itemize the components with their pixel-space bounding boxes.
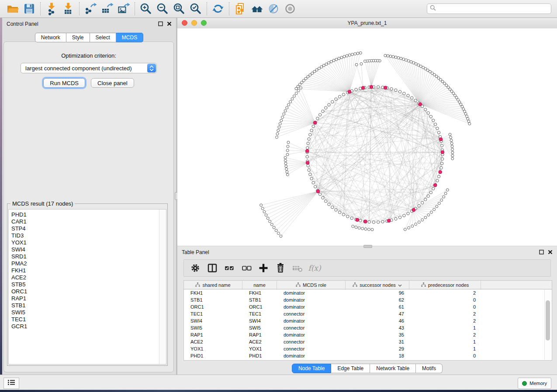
table-scrollbar[interactable] [544, 289, 551, 360]
table-cell[interactable]: FKH1 [242, 289, 277, 296]
mcds-node-item[interactable]: YOX1 [11, 239, 166, 246]
mcds-node-item[interactable]: SWI4 [11, 246, 166, 253]
float-window-icon[interactable] [158, 20, 163, 28]
mcds-node-item[interactable]: TEC1 [11, 316, 166, 323]
save-session-icon[interactable] [21, 2, 38, 16]
close-table-panel-icon[interactable] [548, 248, 553, 256]
tab-select[interactable]: Select [90, 33, 116, 42]
table-cell[interactable]: 47 [346, 310, 409, 317]
table-cell[interactable]: connector [277, 345, 346, 352]
table-cell[interactable]: 0 [409, 303, 481, 310]
table-cell[interactable]: 35 [346, 331, 409, 338]
tab-network-table[interactable]: Network Table [370, 364, 416, 373]
table-cell[interactable]: RAP1 [242, 331, 277, 338]
export-image-icon[interactable] [115, 2, 132, 16]
mcds-node-item[interactable]: GCR1 [11, 323, 166, 330]
memory-button[interactable]: Memory [518, 378, 551, 389]
table-cell[interactable]: 29 [346, 345, 409, 352]
maximize-window-button[interactable] [201, 20, 207, 26]
tab-network[interactable]: Network [35, 33, 66, 42]
tab-node-table[interactable]: Node Table [292, 364, 332, 373]
table-cell[interactable]: PHD1 [242, 352, 277, 359]
table-cell[interactable]: dominator [277, 303, 346, 310]
table-cell[interactable]: STB1 [184, 296, 242, 303]
table-row[interactable]: TEC1TEC1connector472 [184, 310, 552, 317]
zoom-fit-icon[interactable] [171, 2, 187, 16]
table-cell[interactable]: 46 [346, 317, 409, 324]
table-cell[interactable]: connector [277, 324, 346, 331]
table-cell[interactable]: PHD1 [184, 352, 242, 359]
table-cell[interactable]: SWI5 [184, 324, 242, 331]
mcds-node-item[interactable]: STB5 [11, 281, 166, 288]
tab-mcds[interactable]: MCDS [116, 33, 143, 42]
table-cell[interactable]: dominator [277, 352, 346, 359]
mcds-node-item[interactable]: CAR1 [11, 218, 166, 225]
table-cell[interactable]: YOX1 [242, 345, 277, 352]
mcds-node-item[interactable]: ORC1 [11, 288, 166, 295]
mcds-node-item[interactable]: FKH1 [11, 267, 166, 274]
table-cell[interactable]: 0 [409, 352, 481, 359]
table-cell[interactable]: YOX1 [184, 345, 242, 352]
table-row[interactable]: FKH1FKH1dominator962 [184, 289, 552, 296]
table-cell[interactable]: 18 [346, 352, 409, 359]
table-cell[interactable]: 2 [409, 310, 481, 317]
new-network-from-selection-icon[interactable] [232, 2, 249, 16]
table-cell[interactable]: dominator [277, 331, 346, 338]
table-cell[interactable]: 62 [346, 296, 409, 303]
network-graph[interactable] [177, 28, 557, 246]
table-cell[interactable]: 43 [346, 324, 409, 331]
mcds-node-item[interactable]: ACE2 [11, 274, 166, 281]
optimization-criterion-select[interactable]: largest connected component (undirected) [21, 63, 157, 73]
close-panel-button[interactable]: Close panel [91, 78, 134, 88]
mcds-node-item[interactable]: PMA2 [11, 260, 166, 267]
table-row[interactable]: PHD1PHD1dominator180 [184, 352, 552, 359]
search-field[interactable] [427, 3, 551, 14]
table-row[interactable]: YOX1YOX1connector291 [184, 345, 552, 352]
refresh-layout-icon[interactable] [210, 2, 226, 16]
table-row[interactable]: SWI4SWI4dominator462 [184, 317, 552, 324]
close-window-button[interactable] [182, 20, 187, 26]
mcds-result-list[interactable]: PHD1CAR1STP4TID3YOX1SWI4SRD1PMA2FKH1ACE2… [8, 209, 166, 364]
table-cell[interactable]: 31 [346, 338, 409, 345]
mcds-node-item[interactable]: STB1 [11, 302, 166, 309]
select-all-icon[interactable] [222, 261, 236, 275]
tab-motifs[interactable]: Motifs [416, 364, 443, 373]
horizontal-splitter-grip[interactable] [363, 245, 372, 248]
table-cell[interactable]: SWI4 [184, 317, 242, 324]
home-icon[interactable] [249, 2, 265, 16]
table-cell[interactable]: 2 [409, 317, 481, 324]
table-cell[interactable]: connector [277, 338, 346, 345]
table-row[interactable]: SWI5SWI5connector431 [184, 324, 552, 331]
table-cell[interactable]: connector [277, 310, 346, 317]
table-cell[interactable]: 1 [409, 324, 481, 331]
table-row[interactable]: RAP1RAP1dominator352 [184, 331, 552, 338]
table-cell[interactable]: 96 [346, 289, 409, 296]
task-history-button[interactable] [3, 378, 19, 389]
search-input[interactable] [438, 5, 551, 12]
deselect-all-icon[interactable] [239, 261, 253, 275]
table-cell[interactable]: 2 [409, 289, 481, 296]
column-header-predecessor-nodes[interactable]: predecessor nodes [409, 281, 481, 289]
column-header-shared-name[interactable]: shared name [184, 281, 242, 289]
delete-entry-icon[interactable] [273, 261, 287, 275]
mcds-node-item[interactable]: STP4 [11, 225, 166, 232]
hide-graphics-details-icon[interactable] [265, 2, 282, 16]
table-cell[interactable]: 2 [409, 331, 481, 338]
column-header-name[interactable]: name [242, 281, 277, 289]
zoom-out-icon[interactable] [154, 2, 171, 16]
table-settings-icon[interactable] [188, 261, 202, 275]
table-scrollbar-thumb[interactable] [546, 300, 550, 340]
close-panel-icon[interactable] [167, 20, 172, 28]
zoom-in-icon[interactable] [138, 2, 154, 16]
table-cell[interactable]: 0 [409, 296, 481, 303]
tab-style[interactable]: Style [66, 33, 90, 42]
table-cell[interactable]: ACE2 [242, 338, 277, 345]
table-row[interactable]: ACE2ACE2connector311 [184, 338, 552, 345]
zoom-selected-icon[interactable] [187, 2, 204, 16]
table-cell[interactable]: SWI5 [242, 324, 277, 331]
column-header-successor-nodes[interactable]: successor nodes [346, 281, 409, 289]
mcds-node-item[interactable]: RAP1 [11, 295, 166, 302]
export-network-icon[interactable] [82, 2, 99, 16]
table-cell[interactable]: FKH1 [184, 289, 242, 296]
table-row[interactable]: ORC1ORC1dominator610 [184, 303, 552, 310]
